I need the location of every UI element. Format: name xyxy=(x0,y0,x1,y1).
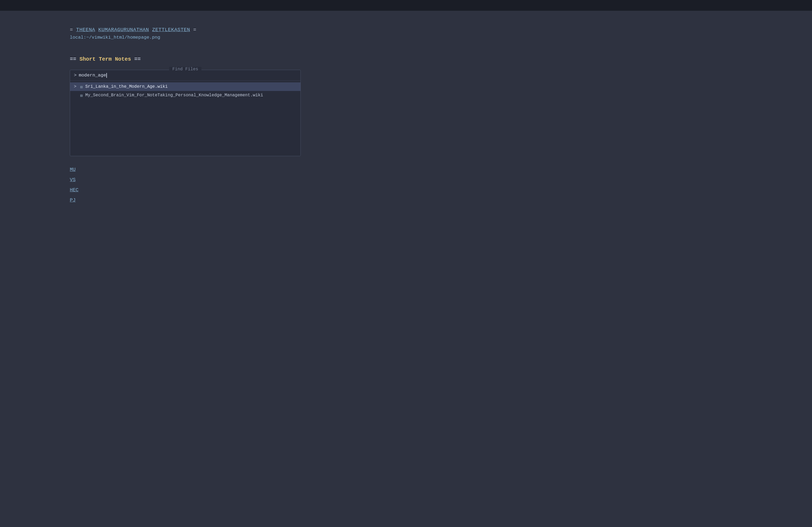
result-file-name-2: My_Second_Brain_Vim_For_NoteTaking_Perso… xyxy=(85,93,263,98)
find-files-title: Find Files xyxy=(169,67,201,72)
result-arrow-1: > xyxy=(74,84,78,89)
section-equals-right: == xyxy=(134,56,141,62)
wiki-link-hec[interactable]: HEC xyxy=(70,187,322,193)
equals-right: = xyxy=(193,27,197,33)
main-content: = THEENA KUMARAGURUNATHAN ZETTLEKASTEN =… xyxy=(0,11,322,219)
title-link-theena[interactable]: THEENA xyxy=(76,27,95,33)
cursor xyxy=(106,73,107,78)
section-heading: == Short Term Notes == xyxy=(70,56,322,62)
links-section: MU VS HEC PJ xyxy=(70,167,322,203)
equals-left: = xyxy=(70,27,73,33)
title-line: = THEENA KUMARAGURUNATHAN ZETTLEKASTEN = xyxy=(70,27,322,33)
wiki-link-mu[interactable]: MU xyxy=(70,167,322,172)
wiki-link-vs[interactable]: VS xyxy=(70,177,322,182)
find-files-container: Find Files > modern_age > ▤ Sri_Lanka_in… xyxy=(70,70,301,156)
subtitle-line: local:~/vimwiki_html/homepage.png xyxy=(70,35,322,40)
result-file-icon-1: ▤ xyxy=(80,85,83,89)
search-prompt: > xyxy=(74,73,76,78)
result-file-icon-2: ▤ xyxy=(80,93,83,98)
wiki-link-pj[interactable]: PJ xyxy=(70,197,322,203)
section-heading-text: Short Term Notes xyxy=(79,56,131,62)
search-input-text[interactable]: modern_age xyxy=(79,73,106,78)
title-link-kumaragurunathan[interactable]: KUMARAGURUNATHAN xyxy=(98,27,149,33)
section-equals-left: == xyxy=(70,56,76,62)
result-item-1[interactable]: > ▤ Sri_Lanka_in_the_Modern_Age.wiki xyxy=(70,82,301,91)
top-bar xyxy=(0,0,812,11)
search-bar: > modern_age xyxy=(70,70,301,81)
results-list: > ▤ Sri_Lanka_in_the_Modern_Age.wiki ▤ M… xyxy=(70,81,301,156)
result-file-name-1: Sri_Lanka_in_the_Modern_Age.wiki xyxy=(85,84,168,89)
result-item-2[interactable]: ▤ My_Second_Brain_Vim_For_NoteTaking_Per… xyxy=(70,91,301,100)
title-link-zettlekasten[interactable]: ZETTLEKASTEN xyxy=(152,27,190,33)
